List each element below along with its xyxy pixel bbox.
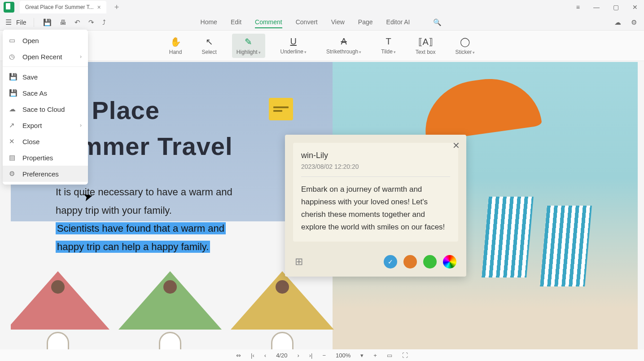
puzzle-icon[interactable]: ⊞ <box>295 256 303 268</box>
comment-text: Embark on a journey of warmth and happin… <box>301 183 450 233</box>
nav-home[interactable]: Home <box>201 17 217 28</box>
fullscreen-icon[interactable]: ⛶ <box>402 352 408 359</box>
zoom-out-icon[interactable]: − <box>323 352 326 359</box>
status-bar: ⇔ |‹ ‹ 4/20 › ›| − 100% ▾ + ▭ ⛶ <box>0 349 644 361</box>
nav-view[interactable]: View <box>331 17 345 28</box>
beach-chairs-graphic <box>485 197 611 322</box>
settings-icon[interactable]: ⚙ <box>629 17 639 28</box>
color-blue[interactable] <box>384 255 397 269</box>
comment-timestamp: 2023/08/02 12:20:20 <box>301 163 450 170</box>
menu-save-cloud[interactable]: ☁Sace to Cloud <box>3 101 88 117</box>
file-icon: ▭ <box>9 36 17 44</box>
app-icon <box>4 2 14 13</box>
chevron-right-icon: › <box>80 122 82 128</box>
divider <box>301 176 450 177</box>
comment-card: win-Lily 2023/08/02 12:20:20 Embark on a… <box>293 143 458 242</box>
cloud-icon[interactable]: ☁ <box>613 17 623 28</box>
page-indicator[interactable]: 4/20 <box>276 352 287 359</box>
undo-icon[interactable]: ↶ <box>73 17 82 28</box>
menu-separator <box>3 66 88 67</box>
new-tab-button[interactable]: + <box>114 3 119 12</box>
sticker-icon: ◯ <box>460 36 470 47</box>
color-green[interactable] <box>423 255 437 269</box>
close-window-icon[interactable]: ✕ <box>630 3 640 12</box>
clock-icon: ◷ <box>9 53 17 61</box>
color-picker <box>384 255 456 269</box>
menu-save[interactable]: 💾Save <box>3 69 88 85</box>
menu-open-recent[interactable]: ◷Open Recent› <box>3 48 88 65</box>
nav-editor-ai[interactable]: Editor AI <box>386 17 410 28</box>
nav-tabs: Home Edit Comment Convert View Page Edit… <box>201 17 444 28</box>
ribbon: ✋ Hand ↖ Select ✎ Highlight▾ U Underline… <box>0 31 644 61</box>
menu-preferences[interactable]: ⚙Preferences <box>3 166 88 182</box>
divider <box>34 18 34 27</box>
last-page-icon[interactable]: ›| <box>309 352 313 359</box>
file-menu-button[interactable]: File <box>16 19 26 26</box>
menu-properties[interactable]: ▤Properties <box>3 150 88 166</box>
underline-icon: U <box>290 36 296 47</box>
comment-popup: ✕ win-Lily 2023/08/02 12:20:20 Embark on… <box>285 135 466 277</box>
tab-title: Great Place For Summer T... <box>25 4 94 10</box>
save-icon: 💾 <box>9 73 17 81</box>
chevron-down-icon: ▾ <box>258 50 261 55</box>
hand-icon: ✋ <box>170 36 181 47</box>
ribbon-strikethrough[interactable]: A Strikethrough▾ <box>322 34 366 57</box>
document-tab[interactable]: Great Place For Summer T... × <box>20 1 106 13</box>
textbox-icon: ⟦A⟧ <box>418 36 433 47</box>
menu-close[interactable]: ✕Close <box>3 133 88 150</box>
cursor-icon: ↖ <box>206 36 213 47</box>
redo-icon[interactable]: ↷ <box>87 17 96 28</box>
first-page-icon[interactable]: |‹ <box>251 352 254 359</box>
chevron-down-icon[interactable]: ▾ <box>360 352 364 359</box>
tab-close-icon[interactable]: × <box>97 4 101 11</box>
title-bar: Great Place For Summer T... × + ≡ — ▢ ✕ <box>0 0 644 14</box>
nav-comment[interactable]: Comment <box>255 17 282 28</box>
properties-icon: ▤ <box>9 154 17 162</box>
zoom-level[interactable]: 100% <box>336 352 350 359</box>
minimize-icon[interactable]: — <box>591 3 602 12</box>
next-page-icon[interactable]: › <box>297 352 299 359</box>
comment-footer: ⊞ <box>285 250 466 277</box>
comment-author: win-Lily <box>301 151 450 160</box>
ribbon-select[interactable]: ↖ Select <box>197 34 221 58</box>
share-icon[interactable]: ⤴ <box>101 17 108 28</box>
cloud-icon: ☁ <box>9 105 17 113</box>
highlight-icon: ✎ <box>245 36 252 47</box>
print-icon[interactable]: 🖶 <box>58 17 68 28</box>
ribbon-sticker[interactable]: ◯ Sticker▾ <box>451 34 480 58</box>
tilde-icon: T <box>386 36 391 47</box>
highlighted-text: Scientists have found that a warm and <box>56 222 226 234</box>
close-icon: ✕ <box>9 137 17 145</box>
menu-icon[interactable]: ≡ <box>574 3 583 12</box>
maximize-icon[interactable]: ▢ <box>610 3 622 12</box>
prev-page-icon[interactable]: ‹ <box>264 352 266 359</box>
fit-width-icon[interactable]: ⇔ <box>236 352 241 359</box>
close-icon[interactable]: ✕ <box>452 140 460 151</box>
zoom-in-icon[interactable]: + <box>373 352 377 359</box>
ribbon-tilde[interactable]: T Tilde▾ <box>377 34 400 57</box>
menu-open[interactable]: ▭Open <box>3 32 88 48</box>
export-icon: ↗ <box>9 121 17 129</box>
strikethrough-icon: A <box>341 36 346 47</box>
ribbon-underline[interactable]: U Underline▾ <box>276 34 311 57</box>
color-orange[interactable] <box>403 255 417 269</box>
gear-icon: ⚙ <box>9 170 17 178</box>
color-rainbow[interactable] <box>443 255 456 269</box>
toolbar: ☰ File 💾 🖶 ↶ ↷ ⤴ Home Edit Comment Conve… <box>0 14 644 31</box>
nav-convert[interactable]: Convert <box>296 17 318 28</box>
ribbon-highlight[interactable]: ✎ Highlight▾ <box>232 34 265 58</box>
ribbon-textbox[interactable]: ⟦A⟧ Text box <box>411 34 440 58</box>
save-icon[interactable]: 💾 <box>41 17 53 28</box>
hamburger-icon[interactable]: ☰ <box>5 18 12 26</box>
fit-page-icon[interactable]: ▭ <box>387 352 392 359</box>
search-icon[interactable]: 🔍 <box>431 17 443 28</box>
ribbon-hand[interactable]: ✋ Hand <box>165 34 187 58</box>
nav-edit[interactable]: Edit <box>231 17 241 28</box>
menu-save-as[interactable]: 💾Sace As <box>3 85 88 101</box>
nav-page[interactable]: Page <box>358 17 373 28</box>
window-controls: ≡ — ▢ ✕ <box>574 3 640 12</box>
comment-note-icon[interactable] <box>269 98 293 120</box>
file-dropdown-menu: ▭Open ◷Open Recent› 💾Save 💾Sace As ☁Sace… <box>3 30 88 185</box>
menu-export[interactable]: ↗Export› <box>3 117 88 133</box>
houses-graphic <box>11 271 338 352</box>
